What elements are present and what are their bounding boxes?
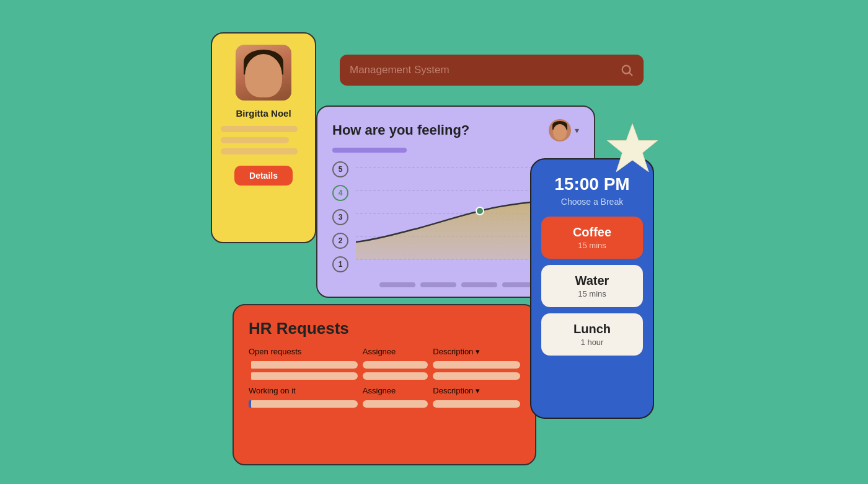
- break-chooser-card: 15:00 PM Choose a Break Coffee 15 mins W…: [530, 158, 654, 419]
- feeling-header: How are you feeling? ▾: [332, 119, 579, 141]
- mini-face: [553, 124, 567, 140]
- chart-x-label-2: [420, 282, 456, 287]
- avatar-face: [245, 54, 282, 97]
- feeling-progress-bar: [332, 148, 407, 153]
- profile-avatar-container: [236, 45, 291, 101]
- hr-cell-assignee-1: [363, 361, 428, 369]
- hr-cell-working-d1: [433, 400, 520, 408]
- chart-y-labels: 5 4 3 2 1: [332, 161, 348, 287]
- chart-x-label-3: [461, 282, 497, 287]
- hr-open-requests-label: Open requests: [249, 347, 358, 356]
- search-input[interactable]: [350, 64, 614, 76]
- hr-row-2: [249, 372, 520, 380]
- blue-bar: [249, 400, 251, 408]
- hr-cell-assignee-2: [363, 372, 428, 380]
- chart-label-3: 3: [332, 209, 348, 225]
- hr-cell-open-2: [249, 372, 358, 380]
- profile-card: Birgitta Noel Details: [211, 32, 316, 243]
- svg-point-7: [476, 207, 484, 215]
- chevron-down-icon: ▾: [575, 125, 579, 135]
- hr-requests-card: HR Requests Open requests Assignee Descr…: [232, 304, 536, 465]
- hr-cell-desc-2: [433, 372, 520, 380]
- hr-title: HR Requests: [249, 319, 520, 338]
- break-option-water-duration: 15 mins: [578, 289, 606, 298]
- avatar-image: [236, 45, 291, 101]
- chart-label-2: 2: [332, 233, 348, 249]
- hr-description-label: Description ▾: [433, 347, 520, 356]
- hr-row-1: [249, 361, 520, 369]
- hr-working-assignee-label: Assignee: [363, 386, 428, 395]
- hr-open-rows: [249, 361, 520, 380]
- profile-line-1: [221, 126, 298, 132]
- search-icon: [620, 63, 634, 77]
- break-option-coffee-duration: 15 mins: [578, 241, 606, 250]
- hr-cell-working-a1: [363, 400, 428, 408]
- profile-info-lines: [221, 126, 306, 155]
- break-option-lunch[interactable]: Lunch 1 hour: [541, 313, 643, 356]
- chart-label-1: 1: [332, 256, 348, 272]
- hr-working-description-label: Description ▾: [433, 386, 520, 395]
- profile-line-3: [221, 148, 298, 155]
- break-option-coffee-title: Coffee: [573, 225, 611, 240]
- svg-line-1: [629, 73, 632, 75]
- break-option-lunch-title: Lunch: [574, 322, 611, 336]
- details-button[interactable]: Details: [234, 166, 293, 186]
- hr-assignee-label: Assignee: [363, 347, 428, 356]
- break-subtitle: Choose a Break: [561, 197, 623, 207]
- break-time: 15:00 PM: [554, 174, 629, 194]
- feeling-title: How are you feeling?: [332, 122, 469, 138]
- break-option-lunch-duration: 1 hour: [581, 338, 604, 347]
- chevron-down-icon-2: ▾: [476, 386, 480, 395]
- hr-working-row-1: [249, 400, 520, 408]
- hr-working-label: Working on it: [249, 386, 358, 395]
- hr-cell-open-1: [249, 361, 358, 369]
- profile-name: Birgitta Noel: [236, 108, 291, 119]
- svg-marker-8: [608, 124, 658, 172]
- break-option-water-title: Water: [575, 274, 609, 288]
- star-decoration: [604, 121, 660, 177]
- hr-working-header: Working on it Assignee Description ▾: [249, 386, 520, 395]
- chart-x-label-1: [379, 282, 415, 287]
- search-bar[interactable]: [340, 55, 644, 86]
- avatar-dropdown[interactable]: ▾: [549, 119, 579, 141]
- hr-cell-working-1: [249, 400, 358, 408]
- hr-cell-desc-1: [433, 361, 520, 369]
- break-option-coffee[interactable]: Coffee 15 mins: [541, 217, 643, 259]
- break-option-water[interactable]: Water 15 mins: [541, 265, 643, 307]
- hr-open-header: Open requests Assignee Description ▾: [249, 347, 520, 356]
- profile-line-2: [221, 137, 289, 143]
- chevron-down-icon: ▾: [476, 347, 480, 356]
- chart-label-4: 4: [332, 185, 348, 201]
- chart-label-5: 5: [332, 161, 348, 177]
- user-avatar: [549, 119, 571, 141]
- hr-working-rows: [249, 400, 520, 408]
- star-icon: [604, 121, 660, 177]
